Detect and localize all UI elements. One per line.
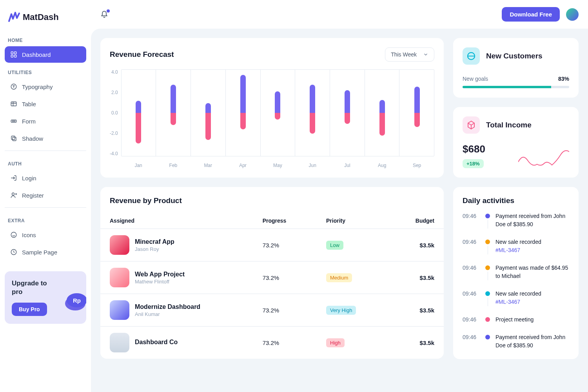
x-tick: Mar — [191, 163, 225, 168]
activity-dot-icon — [485, 335, 490, 339]
svg-rect-3 — [15, 55, 16, 57]
y-tick: 4.0 — [111, 69, 118, 75]
goal-label: New goals — [463, 76, 488, 82]
bar-positive — [171, 85, 176, 113]
product-owner: Jason Roy — [135, 246, 174, 252]
activity-text: New sale recorded#ML-3467 — [495, 290, 541, 306]
product-name: Dashboard Co — [135, 339, 178, 346]
sidebar-item-login[interactable]: Login — [5, 170, 86, 186]
bar-positive — [310, 85, 315, 113]
customers-icon — [463, 47, 480, 65]
x-tick: Jan — [121, 163, 156, 168]
table-row[interactable]: Modernize Dashboard Anil Kumar 73.2% Ver… — [100, 294, 444, 326]
product-owner: Anil Kumar — [135, 311, 200, 317]
revenue-forecast-card: Revenue Forecast This Week 4.02.00.0-2.0… — [100, 38, 444, 178]
bar-negative — [414, 113, 420, 127]
upgrade-title: Upgrade to pro — [12, 279, 59, 296]
topbar: Download Free — [91, 0, 588, 29]
timeline-line — [488, 220, 488, 229]
activity-text: New sale recorded#ML-3467 — [495, 238, 541, 254]
sidebar-item-dashboard[interactable]: Dashboard — [5, 46, 86, 63]
total-income-card: Total Income $680 +18% — [453, 107, 579, 178]
type-icon — [10, 83, 17, 90]
activity-item: 09:46 New sale recorded#ML-3467 — [463, 290, 569, 316]
table-row[interactable]: Web App Project Mathew Flintoff 73.2% Me… — [100, 261, 444, 294]
bar-negative — [171, 113, 176, 125]
x-tick: Sep — [399, 163, 434, 168]
svg-rect-6 — [11, 120, 16, 122]
y-tick: -4.0 — [110, 151, 118, 156]
sidebar-item-table[interactable]: Table — [5, 96, 86, 112]
svg-rect-11 — [13, 137, 16, 141]
activity-time: 09:46 — [463, 333, 480, 350]
activity-time: 09:46 — [463, 264, 480, 280]
x-tick: Jul — [330, 163, 365, 168]
buy-pro-button[interactable]: Buy Pro — [12, 303, 47, 316]
activity-text: Payment received from John Doe of $385.9… — [495, 333, 569, 350]
sidebar-item-shadow[interactable]: Shadow — [5, 130, 86, 147]
sidebar-item-form[interactable]: Form — [5, 113, 86, 129]
budget-value: $3.5k — [390, 307, 434, 314]
bar-positive — [136, 101, 141, 113]
sidebar-item-register[interactable]: Register — [5, 187, 86, 203]
activity-link[interactable]: #ML-3467 — [495, 247, 520, 253]
product-image — [110, 235, 129, 255]
svg-rect-5 — [11, 102, 16, 106]
product-name: Modernize Dashboard — [135, 303, 200, 310]
activity-item: 09:46 Payment was made of $64.95 to Mich… — [463, 264, 569, 290]
period-selected: This Week — [391, 51, 417, 58]
revenue-by-product-card: Revenue by Product Assigned Progress Pri… — [100, 187, 444, 359]
card-title: Revenue by Product — [110, 196, 182, 205]
activity-dot-icon — [485, 214, 490, 218]
bar-positive — [345, 90, 350, 113]
goal-percent: 83% — [558, 76, 569, 82]
daily-activities-card: Daily activities 09:46 Payment received … — [453, 187, 579, 359]
income-sparkline — [518, 149, 569, 168]
activity-time: 09:46 — [463, 290, 480, 306]
product-name: Minecraf App — [135, 238, 174, 245]
svg-point-7 — [12, 121, 13, 122]
activity-link[interactable]: #ML-3467 — [495, 299, 520, 305]
x-tick: Jun — [295, 163, 330, 168]
table-icon — [10, 100, 17, 107]
page-icon — [10, 249, 17, 256]
chevron-down-icon — [423, 52, 428, 57]
goal-progress — [463, 86, 569, 88]
budget-value: $3.5k — [390, 274, 434, 281]
activity-dot-icon — [485, 240, 490, 244]
nav-section-label: AUTH — [5, 155, 86, 170]
y-tick: 2.0 — [111, 90, 118, 95]
svg-rect-0 — [11, 52, 13, 54]
period-dropdown[interactable]: This Week — [385, 47, 434, 62]
y-tick: -2.0 — [110, 131, 118, 136]
product-name: Web App Project — [135, 271, 185, 278]
sidebar-item-typography[interactable]: Typography — [5, 78, 86, 95]
svg-point-9 — [15, 121, 15, 122]
table-row[interactable]: Dashboard Co 73.2% High $3.5k — [100, 326, 444, 359]
card-title: Daily activities — [463, 196, 569, 205]
stat-title: New Customers — [486, 52, 543, 60]
bell-icon[interactable] — [100, 11, 108, 18]
brand-logo[interactable]: MatDash — [5, 9, 86, 31]
activity-dot-icon — [485, 291, 490, 296]
download-free-button[interactable]: Download Free — [502, 7, 560, 22]
activity-item: 09:46 Payment received from John Doe of … — [463, 333, 569, 359]
nav-label: Form — [22, 118, 36, 125]
x-tick: May — [260, 163, 295, 168]
bar-negative — [379, 113, 385, 136]
income-value: $680 — [463, 143, 485, 155]
budget-value: $3.5k — [390, 339, 434, 346]
timeline-line — [488, 246, 488, 254]
progress-value: 73.2% — [263, 339, 326, 346]
sidebar-item-icons[interactable]: Icons — [5, 227, 86, 243]
activity-time: 09:46 — [463, 238, 480, 254]
income-delta: +18% — [463, 159, 484, 168]
x-tick: Aug — [365, 163, 399, 168]
table-row[interactable]: Minecraf App Jason Roy 73.2% Low $3.5k — [100, 229, 444, 261]
sidebar-item-sample-page[interactable]: Sample Page — [5, 244, 86, 260]
user-avatar[interactable] — [566, 8, 579, 21]
coin-icon: Rp — [64, 288, 86, 313]
th-budget: Budget — [390, 218, 434, 224]
svg-rect-2 — [11, 55, 13, 57]
form-icon — [10, 118, 17, 125]
